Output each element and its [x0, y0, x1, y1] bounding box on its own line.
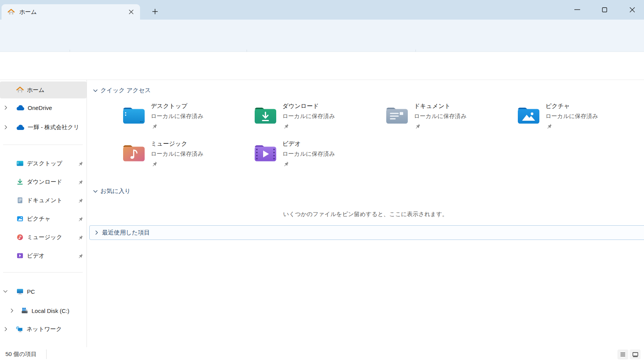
sidebar-item-label: OneDrive [28, 105, 87, 111]
sidebar-item-label: デスクトップ [27, 160, 87, 167]
chevron-down-icon [93, 190, 98, 193]
tile-name: ミュージック [151, 140, 187, 148]
favorites-empty-message: いくつかのファイルをピン留めすると、ここに表示されます。 [87, 211, 644, 218]
pin-icon [284, 123, 289, 129]
sidebar-item-label: ミュージック [27, 234, 87, 241]
pin-icon [78, 253, 83, 258]
video-icon [16, 252, 24, 260]
address-row: ホーム [0, 52, 644, 80]
tile-name: ドキュメント [414, 102, 450, 110]
section-title: 最近使用した項目 [102, 229, 150, 237]
sidebar-item-label: ピクチャ [27, 215, 87, 223]
tile-music[interactable]: ミュージック ローカルに保存済み [122, 138, 249, 174]
sidebar-item-local-disk-c[interactable]: Local Disk (C:) [0, 303, 87, 318]
sidebar-item-label: Local Disk (C:) [32, 308, 87, 314]
picture-icon [16, 215, 24, 223]
desktop-icon [16, 160, 24, 167]
pin-icon [78, 180, 83, 185]
sidebar-item-home[interactable]: ホーム [0, 82, 87, 98]
tile-name: ピクチャ [546, 102, 570, 110]
maximize-button[interactable] [596, 0, 613, 19]
home-icon [16, 87, 24, 93]
sidebar-item-videos[interactable]: ビデオ [0, 248, 87, 263]
downloads-folder-icon [254, 105, 277, 125]
item-count: 50 個の項目 [5, 351, 37, 358]
tab-home[interactable]: ホーム [2, 4, 140, 20]
tile-downloads[interactable]: ダウンロード ローカルに保存済み [254, 100, 380, 136]
close-button[interactable] [623, 0, 641, 19]
tile-videos[interactable]: ビデオ ローカルに保存済み [254, 138, 380, 174]
section-title: クイック アクセス [100, 87, 151, 95]
sidebar-item-network[interactable]: ネットワーク [0, 321, 87, 337]
tab-title: ホーム [19, 8, 126, 16]
download-icon [16, 178, 24, 186]
sidebar-item-desktop[interactable]: デスクトップ [0, 156, 87, 171]
sidebar-item-label: ドキュメント [27, 197, 87, 204]
tile-name: ビデオ [282, 140, 301, 148]
music-icon [16, 233, 24, 241]
sidebar-item-music[interactable]: ミュージック [0, 230, 87, 245]
section-favorites[interactable]: お気に入り [93, 187, 131, 195]
network-icon [15, 325, 23, 333]
section-recent-items[interactable]: 最近使用した項目 [89, 225, 644, 240]
sidebar-item-pictures[interactable]: ピクチャ [0, 211, 87, 226]
sidebar-item-downloads[interactable]: ダウンロード [0, 174, 87, 190]
documents-folder-icon [385, 105, 409, 125]
tile-status: ローカルに保存済み [151, 113, 204, 120]
tab-bar: ホーム [0, 0, 644, 20]
list-lines-icon [620, 352, 626, 357]
status-separator [46, 349, 47, 359]
onedrive-cloud-icon [16, 105, 25, 111]
file-explorer-window: ホーム 新規作成 [0, 0, 644, 361]
tile-documents[interactable]: ドキュメント ローカルに保存済み [385, 100, 512, 136]
chevron-down-icon [93, 89, 98, 92]
thumbnail-icon [632, 352, 638, 357]
tile-status: ローカルに保存済み [546, 113, 598, 120]
tab-close-icon[interactable] [126, 7, 136, 17]
onedrive-cloud-icon [16, 125, 25, 130]
pin-icon [78, 198, 83, 203]
sidebar-item-pc[interactable]: PC [0, 284, 87, 299]
pin-icon [415, 123, 420, 129]
tile-pictures[interactable]: ピクチャ ローカルに保存済み [517, 100, 644, 136]
pin-icon [152, 123, 157, 129]
section-title: お気に入り [100, 187, 131, 195]
chevron-right-icon [95, 230, 98, 235]
document-icon [16, 196, 24, 204]
pictures-folder-icon [517, 105, 541, 125]
disk-drive-icon [21, 307, 28, 314]
command-toolbar: 新規作成 [0, 20, 644, 52]
pin-icon [78, 161, 83, 166]
content-pane: クイック アクセス デスクトップ ローカルに保存済み [87, 80, 644, 347]
status-bar: 50 個の項目 [0, 347, 644, 361]
sidebar-item-documents[interactable]: ドキュメント [0, 193, 87, 208]
pc-monitor-icon [16, 288, 24, 295]
sidebar-item-onedrive-work[interactable]: 一輝 - 株式会社クリ [0, 120, 87, 135]
sidebar-item-label: 一輝 - 株式会社クリ [28, 124, 87, 131]
sidebar-item-onedrive[interactable]: OneDrive [0, 100, 87, 115]
pin-icon [152, 161, 157, 166]
sidebar-item-label: ホーム [27, 87, 87, 94]
sidebar-item-label: ビデオ [27, 252, 87, 260]
pin-icon [78, 235, 83, 240]
desktop-folder-icon [122, 105, 146, 125]
tile-name: ダウンロード [282, 102, 319, 110]
home-icon [8, 9, 15, 15]
tile-desktop[interactable]: デスクトップ ローカルに保存済み [122, 100, 249, 136]
pin-icon [547, 123, 552, 129]
plus-icon [152, 9, 158, 14]
sidebar-item-label: ダウンロード [27, 178, 87, 186]
sidebar-item-label: PC [27, 288, 87, 295]
tile-status: ローカルに保存済み [282, 150, 335, 158]
sidebar-item-label: ネットワーク [27, 326, 87, 333]
tile-status: ローカルに保存済み [414, 113, 467, 120]
section-quick-access[interactable]: クイック アクセス [93, 87, 151, 95]
new-tab-button[interactable] [149, 6, 161, 17]
pin-icon [78, 216, 83, 221]
tile-name: デスクトップ [151, 102, 187, 110]
tile-status: ローカルに保存済み [282, 113, 335, 120]
minimize-button[interactable] [568, 0, 586, 19]
details-view-button[interactable] [617, 349, 628, 359]
tile-status: ローカルに保存済み [151, 150, 204, 158]
large-icons-view-button[interactable] [630, 349, 641, 359]
